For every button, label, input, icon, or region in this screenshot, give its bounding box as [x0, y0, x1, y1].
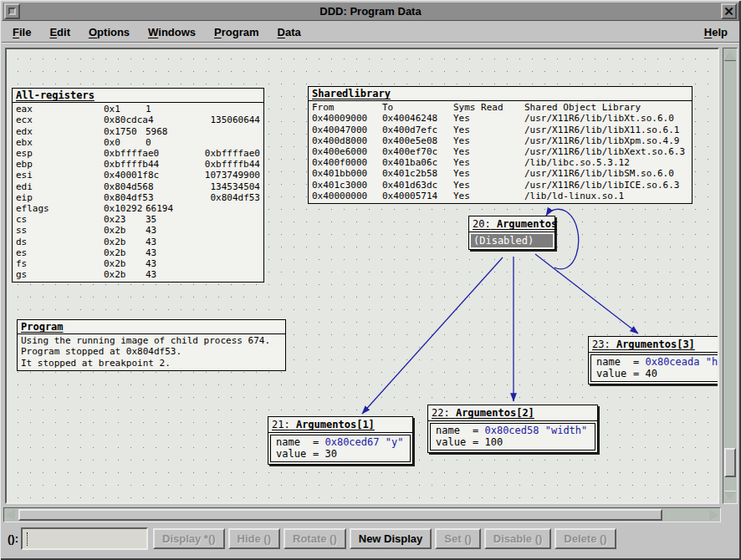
menu-data[interactable]: Data — [278, 26, 301, 38]
register-row-edx: edx0x17505968 — [16, 126, 260, 137]
sharedlibrary-list: FromToSyms ReadShared Object Library0x40… — [309, 101, 692, 203]
argument-prompt-label: (): — [8, 532, 18, 545]
field-row: name= 0x80ced67 "y" — [276, 436, 406, 448]
node-21-title: 21: Argumentos[1] — [268, 417, 412, 433]
register-row-eip: eip0x804df530x804df53 — [16, 192, 260, 203]
menu-edit[interactable]: Edit — [49, 26, 70, 38]
main-area: All-registers eax0x11ecx0x80cdca41350606… — [2, 43, 739, 508]
scroll-up-icon[interactable] — [724, 51, 736, 60]
register-row-eflags: eflags0x1029266194 — [16, 203, 260, 214]
display-node-20-argumentos[interactable]: 20: Argumentos (Disabled) — [468, 216, 555, 250]
sharedlibrary-row: 0x400470000x400d7efcYes/usr/X11R6/lib/li… — [312, 125, 688, 135]
menubar: FileEditOptionsWindowsProgramData Help — [2, 22, 739, 43]
scroll-left-icon[interactable] — [6, 509, 15, 521]
node-22-values: name= 0x80ced58 "width" value= 100 — [430, 423, 595, 451]
program-status-line: It stopped at breakpoint 2. — [21, 358, 282, 369]
sharedlibrary-row: 0x400f00000x401ba06cYes/lib/libc.so.5.3.… — [312, 157, 688, 168]
field-row: value= 100 — [436, 436, 591, 448]
node-23-title: 23: Argumentos[3] — [589, 337, 719, 353]
display-node-22-argumentos-2[interactable]: 22: Argumentos[2] name= 0x80ced58 "width… — [427, 405, 598, 453]
sharedlibrary-display[interactable]: Sharedlibrary FromToSyms ReadShared Obje… — [308, 86, 692, 204]
registers-list: eax0x11ecx0x80cdca4135060644edx0x1750596… — [13, 103, 263, 282]
titlebar[interactable]: DDD: Program Data ✕ — [2, 2, 739, 21]
vertical-scrollbar-thumb[interactable] — [724, 448, 736, 477]
program-status-display[interactable]: Program Using the running image of child… — [17, 319, 286, 371]
scroll-down-icon[interactable] — [724, 491, 736, 501]
field-row: name= 0x80ceada "h — [596, 356, 719, 368]
field-row: value= 40 — [596, 368, 719, 379]
scroll-right-icon[interactable] — [709, 509, 718, 521]
window-menu-button[interactable] — [4, 3, 20, 19]
sharedlibrary-title: Sharedlibrary — [309, 87, 692, 101]
rotate-button[interactable]: Rotate () — [284, 528, 346, 549]
horizontal-scrollbar-thumb[interactable] — [18, 509, 662, 521]
menu-file[interactable]: File — [13, 26, 31, 38]
window-title: DDD: Program Data — [22, 5, 719, 18]
data-display-canvas[interactable]: All-registers eax0x11ecx0x80cdca41350606… — [5, 48, 719, 504]
program-status-line: Program stopped at 0x804df53. — [21, 346, 282, 357]
register-row-esp: esp0xbffffae00xbffffae0 — [16, 148, 260, 159]
register-row-esi: esi0x40001f8c1073749900 — [16, 170, 260, 181]
register-row-gs: gs0x2b43 — [16, 269, 260, 280]
delete-button[interactable]: Delete () — [554, 528, 616, 549]
register-row-ebx: ebx0x00 — [16, 137, 260, 148]
field-row: value= 30 — [276, 448, 406, 460]
edge-20-21 — [362, 257, 503, 414]
menu-options[interactable]: Options — [89, 26, 130, 38]
display-node-23-argumentos-3[interactable]: 23: Argumentos[3] name= 0x80ceada "h val… — [588, 336, 719, 384]
close-icon: ✕ — [723, 5, 734, 18]
register-row-eax: eax0x11 — [16, 104, 260, 115]
hide-button[interactable]: Hide () — [228, 528, 280, 549]
menu-help[interactable]: Help — [704, 26, 728, 38]
all-registers-display[interactable]: All-registers eax0x11ecx0x80cdca41350606… — [12, 88, 264, 283]
horizontal-scrollbar[interactable] — [3, 507, 721, 522]
program-status-line: Using the running image of child process… — [21, 335, 282, 346]
program-status-lines: Using the running image of child process… — [18, 334, 285, 370]
sharedlibrary-header-row: FromToSyms ReadShared Object Library — [312, 102, 688, 113]
node-20-disabled-status[interactable]: (Disabled) — [471, 234, 553, 247]
menu-windows[interactable]: Windows — [148, 26, 196, 38]
window-menu-icon — [8, 8, 16, 15]
node-20-title: 20: Argumentos — [469, 216, 554, 232]
node-23-values: name= 0x80ceada "h value= 40 — [590, 354, 719, 382]
disable-button[interactable]: Disable () — [484, 528, 552, 549]
close-button[interactable]: ✕ — [721, 3, 737, 19]
new-display-button[interactable]: New Display — [350, 528, 432, 549]
argument-input[interactable] — [25, 531, 142, 546]
register-row-edi: edi0x804d568134534504 — [16, 181, 260, 192]
register-row-ds: ds0x2b43 — [16, 237, 260, 247]
canvas-dot-grid: All-registers eax0x11ecx0x80cdca41350606… — [7, 49, 718, 502]
sharedlibrary-row: 0x400090000x40046248Yes/usr/X11R6/lib/li… — [312, 113, 688, 124]
argument-field[interactable] — [21, 527, 148, 550]
ddd-program-data-window: DDD: Program Data ✕ FileEditOptionsWindo… — [0, 0, 741, 560]
argument-toolbar: (): Display *()Hide ()Rotate ()New Displ… — [2, 523, 739, 553]
sharedlibrary-row: 0x400000000x40005714Yes/lib/ld-linux.so.… — [312, 191, 688, 201]
sharedlibrary-row: 0x401c30000x401d63dcYes/usr/X11R6/lib/li… — [312, 180, 688, 191]
node-22-title: 22: Argumentos[2] — [428, 405, 597, 421]
vertical-scrollbar[interactable] — [723, 48, 738, 504]
set-button[interactable]: Set () — [435, 528, 481, 549]
sharedlibrary-row: 0x401bb0000x401c2b58Yes/usr/X11R6/lib/li… — [312, 168, 688, 179]
display-node-21-argumentos-1[interactable]: 21: Argumentos[1] name= 0x80ced67 "y" va… — [268, 416, 413, 465]
display-button[interactable]: Display *() — [153, 528, 225, 549]
node-21-values: name= 0x80ced67 "y" value= 30 — [270, 435, 411, 462]
program-title: Program — [18, 320, 285, 334]
all-registers-title: All-registers — [13, 89, 263, 103]
register-row-cs: cs0x2335 — [16, 214, 260, 225]
sharedlibrary-row: 0x400e60000x400ef70cYes/usr/X11R6/lib/li… — [312, 146, 688, 157]
field-row: name= 0x80ced58 "width" — [436, 425, 591, 436]
register-row-es: es0x2b43 — [16, 247, 260, 258]
menu-program[interactable]: Program — [214, 26, 258, 38]
register-row-ebp: ebp0xbffffb440xbffffb44 — [16, 159, 260, 170]
register-row-ss: ss0x2b43 — [16, 225, 260, 236]
sharedlibrary-row: 0x400d80000x400e5e08Yes/usr/X11R6/lib/li… — [312, 135, 688, 146]
register-row-ecx: ecx0x80cdca4135060644 — [16, 115, 260, 125]
edge-20-23 — [535, 254, 638, 333]
register-row-fs: fs0x2b43 — [16, 258, 260, 269]
